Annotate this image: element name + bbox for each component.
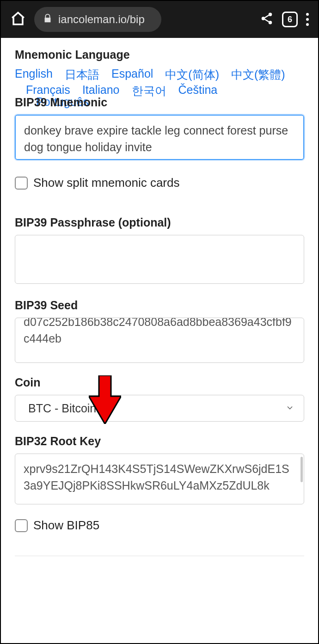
passphrase-input[interactable] [15, 235, 304, 284]
split-cards-row[interactable]: Show split mnemonic cards [15, 176, 304, 190]
url-bar[interactable]: iancoleman.io/bip [34, 7, 161, 32]
lang-chinese-traditional[interactable]: 中文(繁體) [231, 67, 285, 82]
tab-count-button[interactable]: 6 [282, 12, 298, 27]
passphrase-label: BIP39 Passphrase (optional) [15, 216, 304, 229]
mnemonic-language-label: Mnemonic Language [15, 48, 304, 61]
svg-marker-3 [89, 375, 121, 424]
svg-point-0 [269, 13, 272, 17]
tab-count-number: 6 [288, 15, 292, 25]
bip85-label: Show BIP85 [33, 518, 99, 533]
svg-point-1 [262, 17, 265, 20]
coin-select[interactable]: BTC - Bitcoin [15, 395, 304, 422]
rootkey-output[interactable]: xprv9s21ZrQH143K4S5TjS14SWewZKXrwS6jdE1S… [15, 454, 304, 504]
mnemonic-input[interactable] [15, 115, 304, 160]
home-icon[interactable] [10, 11, 26, 28]
lang-english[interactable]: English [15, 67, 53, 82]
rootkey-value: xprv9s21ZrQH143K4S5TjS14SWewZKXrwS6jdE1S… [24, 460, 295, 494]
seed-value: d07c252b186b38c2470808a6ad8bbea8369a43cf… [24, 318, 295, 347]
browser-top-bar: iancoleman.io/bip 6 [1, 1, 318, 38]
seed-label: BIP39 Seed [15, 299, 304, 312]
lock-icon [43, 13, 53, 25]
url-text: iancoleman.io/bip [58, 13, 145, 26]
bip39-mnemonic-label: BIP39 Mnemonic [15, 96, 304, 109]
svg-point-2 [269, 21, 272, 25]
split-cards-checkbox[interactable] [15, 177, 28, 190]
rootkey-label: BIP32 Root Key [15, 435, 304, 448]
divider [15, 556, 304, 556]
seed-output[interactable]: d07c252b186b38c2470808a6ad8bbea8369a43cf… [15, 318, 304, 363]
scrollbar-thumb[interactable] [301, 457, 303, 482]
page-content: Mnemonic Language English 日本語 Español 中文… [1, 38, 318, 564]
menu-icon[interactable] [306, 13, 309, 26]
chevron-down-icon [285, 402, 294, 415]
language-list: English 日本語 Español 中文(简体) 中文(繁體) [15, 67, 304, 82]
bip85-checkbox[interactable] [15, 519, 28, 532]
lang-spanish[interactable]: Español [111, 67, 153, 82]
split-cards-label: Show split mnemonic cards [33, 176, 179, 190]
lang-japanese[interactable]: 日本語 [65, 67, 99, 82]
share-icon[interactable] [260, 12, 274, 27]
bip85-row[interactable]: Show BIP85 [15, 518, 304, 533]
lang-chinese-simplified[interactable]: 中文(简体) [165, 67, 219, 82]
coin-label: Coin [15, 376, 304, 389]
coin-selected-value: BTC - Bitcoin [28, 402, 96, 415]
annotation-arrow-icon [89, 375, 121, 424]
